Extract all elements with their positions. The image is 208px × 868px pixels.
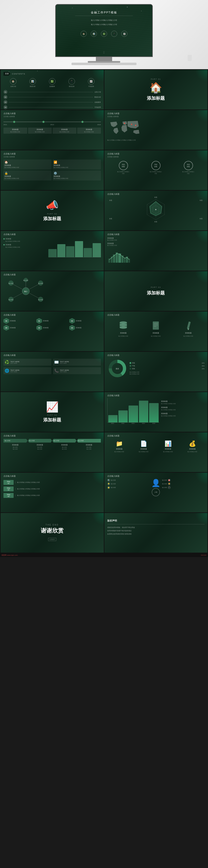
step-01: Step01 输入内容输入内容输入内容输入内容: [3, 480, 101, 485]
slide-hexagons: 点击输入标题 06 添加标题 01 添加标题 02 添加标题 05 添加标题: [1, 311, 104, 351]
icon-label-5: 市场趋势: [89, 86, 94, 88]
logo-text: LOGO: [48, 538, 56, 541]
monitor-base: [88, 61, 120, 63]
mail-item-3: 🌐 TEXT HERE TEXT HERE: [3, 367, 51, 374]
year-1: 2011: [3, 124, 7, 126]
cylinder-3: 添加标题 输入内容输入内容: [181, 320, 196, 337]
slide10-title: 点击输入标题: [107, 233, 205, 236]
year-3: 2016: [97, 124, 101, 126]
copyright-title: 版权声明: [107, 519, 205, 523]
contents-tag-label: 目录: [5, 73, 9, 75]
slide-step-process: 点击输入标题 Step01 输入内容输入内容输入内容输入内容 Step02 输入…: [1, 473, 104, 512]
step-02: Step02 输入内容输入内容输入内容输入内容: [3, 487, 101, 491]
svg-rect-41: [153, 321, 159, 330]
person-item-1: 🔍 输入内容: [107, 479, 150, 482]
svg-text:输入内容: 输入内容: [8, 283, 13, 284]
svg-rect-17: [124, 257, 126, 263]
slide-mind-map: 点击输入标题 核心 输入内容 输入内容 输入内容: [1, 271, 104, 311]
slide11-title: 点击输入标题: [3, 273, 101, 276]
contents-item-3: 金融服务: [95, 101, 101, 103]
svg-text:输入内容: 输入内容: [38, 299, 43, 300]
part04-label: PART 04: [47, 414, 57, 416]
svg-rect-13: [113, 254, 115, 263]
monitor-stand: [96, 57, 112, 61]
page-number: 08/10/8: [201, 554, 206, 556]
slide4-subtitle: 点击输入副标题: [107, 115, 205, 118]
icon-circle-3: 💹: [49, 78, 56, 85]
slide-spider: 点击输入标题 标题 标题 标题 标题 标题 标题: [104, 191, 208, 230]
file-icon-2: 📄 添加标题 输入内容输入内容: [138, 440, 150, 453]
svg-text:核心: 核心: [24, 290, 27, 292]
slide22-title: 点击输入标题: [107, 475, 205, 477]
hex-item-4: 05 添加标题: [3, 325, 35, 331]
slide-cylinders: 点击输入标题 添加标题 输入内容输入内容: [104, 311, 208, 351]
svg-point-39: [119, 327, 127, 329]
slide-bar-chart: 点击输入标题 添加标题 输入内容输入内容输入内容 添加标题 输入内容输入内容输: [1, 231, 104, 271]
slide20-title: 点击输入标题: [107, 434, 205, 437]
svg-point-10: [155, 209, 157, 210]
desk-items: [188, 55, 192, 61]
svg-text:图表: 图表: [116, 368, 119, 370]
slide8-title: 点击输入标题: [107, 193, 205, 195]
svg-point-40: [119, 324, 127, 326]
end-title: 谢谢欣赏: [41, 527, 64, 534]
cylinder-1: 添加标题 输入内容输入内容: [116, 320, 130, 337]
contents-item-2: 数据分析: [95, 96, 101, 98]
contents-icon-1: 🏠 业务介绍: [10, 78, 16, 88]
slide19-title: 点击输入标题: [3, 434, 101, 437]
slide6-title: 点击输入标题: [107, 152, 205, 155]
slides-grid: 目录 CONTENTS 🏠 业务介绍 📊 数据分析 💹 金融服务: [0, 69, 208, 553]
svg-point-1: [131, 124, 132, 125]
contents-icon-4: 📱 移动业务: [68, 78, 75, 88]
end-label: THE END: [45, 524, 59, 526]
grid-cell-1: 🏠 添加标题 输入内容输入内容输入内容: [3, 159, 51, 169]
svg-point-2: [135, 125, 136, 126]
slide-growth-chart: 点击输入标题 标签1 标签2 标签3 标签4: [104, 392, 208, 432]
icon-label-4: 移动业务: [69, 86, 74, 88]
part01-label: PART 01: [151, 78, 161, 80]
part02-title: 添加标题: [43, 216, 61, 222]
part04-icon: 📈: [46, 401, 59, 413]
spider-svg: [144, 197, 168, 222]
slide14-title: 点击输入标题: [107, 314, 205, 316]
grid-cell-3: 🔒 添加标题 输入内容输入内容输入内容: [3, 170, 51, 181]
db-icon-1: [118, 320, 128, 331]
mail-item-4: 📞 TEXT HERE TEXT HERE: [53, 367, 101, 374]
slide-world-map: 点击输入标题 点击输入副标题: [104, 110, 208, 150]
slide3-subtitle: 点击输入副标题: [3, 115, 101, 118]
slide16-title: 点击输入标题: [107, 354, 205, 357]
slide18-title: 点击输入标题: [107, 394, 205, 397]
slide3-title: 点击输入标题: [3, 112, 101, 115]
contents-arrow: 目录: [3, 72, 10, 76]
contents-label: CONTENTS: [12, 73, 25, 75]
timeline-items: 添加标题 输入内容输入内容 添加标题 输入内容输入内容 添加标题 输入内容输入内…: [3, 128, 101, 134]
timeline-bar: [3, 122, 101, 122]
slide-donut: 点击输入标题 图表 高端 40%: [104, 352, 208, 392]
timeline-item-1: 添加标题 输入内容输入内容: [3, 128, 27, 134]
timeline-item-4: 添加标题 输入内容输入内容: [77, 128, 101, 134]
hex-item-1: 06 添加标题: [3, 318, 35, 324]
slide-person-diagram: 点击输入标题 🔍 输入内容 💡 输入内容 ⭐ 输入内容: [104, 473, 208, 512]
slide5-grid: 🏠 添加标题 输入内容输入内容输入内容 📶 添加标题 输入内容输入内容输入内容 …: [3, 159, 101, 181]
contents-icons-row: 🏠 业务介绍 📊 数据分析 💹 金融服务 📱 移动业务 📈 市场趋: [3, 78, 101, 88]
person-item-3: ⭐ 输入内容: [107, 486, 150, 489]
contents-item-4: 市场趋势: [95, 106, 101, 108]
slide-contents: 目录 CONTENTS 🏠 业务介绍 📊 数据分析 💹 金融服务: [1, 70, 104, 110]
icon-circle-2: 📊: [30, 78, 36, 85]
slide-circle-nodes: 点击输入标题 点击输入副标题 添加标题 输入内容输入内容输入内容 添加标题 输入…: [104, 150, 208, 190]
year-2: 2013: [50, 124, 54, 126]
contents-header: 目录 CONTENTS: [3, 72, 101, 76]
svg-text:输入内容: 输入内容: [8, 299, 13, 300]
slide-mail-icons: 点击输入标题 ♻️ TEXT HERE TEXT HERE ✉️ TEXT HE…: [1, 352, 104, 392]
part03-title: 添加标题: [147, 290, 165, 296]
donut-chart-svg: 图表: [107, 358, 128, 379]
svg-marker-9: [150, 202, 162, 216]
world-map-svg: [107, 119, 144, 137]
keyboard: [71, 63, 137, 65]
icon-label-2: 数据分析: [30, 86, 36, 88]
copyright-content: 感谢您使用本模板，请勿用于商业用途 使用本模板时请遵守相关版权规定 如需商业使用…: [107, 526, 205, 536]
mail-item-1: ♻️ TEXT HERE TEXT HERE: [3, 359, 51, 366]
part04-title: 添加标题: [43, 417, 61, 423]
city-svg: [107, 248, 132, 263]
grid-cell-4: ⚙️ 添加标题 输入内容输入内容输入内容: [53, 170, 101, 181]
